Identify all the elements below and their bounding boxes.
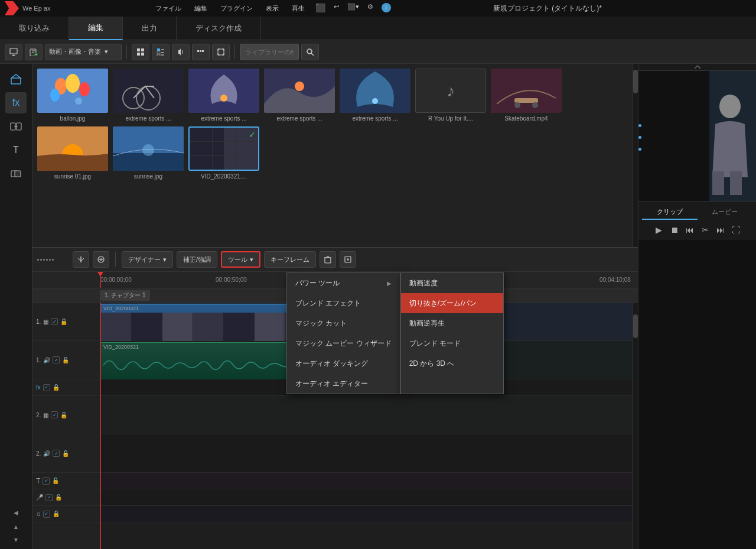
import-file-btn[interactable] bbox=[25, 44, 43, 60]
preview-next-btn[interactable]: ⏭ bbox=[714, 223, 727, 236]
media-type-select[interactable]: 動画・画像・音楽 ▾ bbox=[45, 44, 122, 60]
timeline-scroll-thumb[interactable] bbox=[633, 314, 638, 338]
tab-disc[interactable]: ディスク作成 bbox=[177, 17, 261, 40]
preview-play-btn[interactable]: ▶ bbox=[653, 223, 666, 236]
track-lock-video1[interactable]: 🔓 bbox=[60, 318, 67, 325]
preview-prev-btn[interactable]: ⏮ bbox=[683, 223, 696, 236]
preview-tab-movie[interactable]: ムービー bbox=[698, 205, 753, 220]
sidebar-titles-icon[interactable]: T bbox=[5, 139, 27, 161]
menu-extra1[interactable]: ⬛ bbox=[315, 3, 325, 14]
preview-split-btn[interactable]: ✂ bbox=[699, 223, 712, 236]
tl-split-btn[interactable] bbox=[73, 251, 89, 268]
track-lock-fx[interactable]: 🔓 bbox=[53, 384, 60, 391]
delete-btn[interactable] bbox=[320, 251, 336, 268]
keyframe-btn[interactable]: キーフレーム bbox=[264, 251, 316, 268]
tab-output[interactable]: 出力 bbox=[123, 17, 177, 40]
track-lock-audio1[interactable]: 🔓 bbox=[62, 356, 69, 363]
preview-video bbox=[638, 71, 756, 201]
import-btn[interactable] bbox=[5, 44, 22, 60]
track-check-music[interactable]: ✓ bbox=[43, 511, 50, 518]
track-check-video1[interactable]: ✓ bbox=[51, 318, 58, 325]
media-item[interactable]: sunrise 01.jpg bbox=[37, 126, 108, 180]
track-check-fx[interactable]: ✓ bbox=[43, 384, 50, 391]
menu-magic-movie[interactable]: マジック ムービー ウィザード bbox=[287, 333, 400, 353]
media-item[interactable]: Skateboard.mp4 bbox=[491, 69, 562, 122]
tl-extra-btn[interactable] bbox=[93, 251, 109, 268]
menu-view[interactable]: 表示 bbox=[263, 3, 281, 14]
center-area: ballon.jpg extreme sports ... extreme sp… bbox=[32, 64, 638, 549]
track-check-video2[interactable]: ✓ bbox=[51, 411, 58, 418]
sidebar-nav-down[interactable]: ▼ bbox=[10, 534, 22, 545]
view-detail-btn[interactable] bbox=[152, 44, 170, 60]
ruler-label-1: 00;00;50;00 bbox=[216, 277, 247, 283]
menu-magic-cut[interactable]: マジック カット bbox=[287, 313, 400, 333]
media-item[interactable]: ballon.jpg bbox=[37, 69, 108, 122]
media-thumb: ✓ bbox=[188, 126, 259, 171]
fullscreen-btn[interactable] bbox=[212, 44, 230, 60]
track-lock-mic[interactable]: 🔓 bbox=[55, 494, 62, 501]
media-type-label: 動画・画像・音楽 bbox=[49, 47, 101, 56]
tab-edit[interactable]: 編集 bbox=[69, 17, 123, 40]
export-btn[interactable] bbox=[340, 251, 356, 268]
timeline-dots bbox=[37, 259, 54, 261]
menu-power-tools[interactable]: パワー ツール ▶ bbox=[287, 273, 400, 293]
tab-import[interactable]: 取り込み bbox=[0, 17, 69, 40]
preview-scroll-arrow[interactable] bbox=[638, 64, 756, 71]
sidebar-overlay-icon[interactable] bbox=[5, 163, 27, 184]
svg-rect-16 bbox=[200, 50, 201, 52]
track-check-audio2[interactable]: ✓ bbox=[53, 450, 60, 457]
media-item[interactable]: extreme sports ... bbox=[264, 69, 335, 122]
view-grid-btn[interactable] bbox=[132, 44, 149, 60]
sidebar-collapse-btn[interactable]: ◀ bbox=[10, 506, 22, 518]
preview-fullscreen-btn[interactable]: ⛶ bbox=[729, 223, 742, 236]
menu-audio-ducking[interactable]: オーディオ ダッキング bbox=[287, 353, 400, 373]
menu-audio-editor[interactable]: オーディオ エディター bbox=[287, 373, 400, 394]
search-btn[interactable] bbox=[301, 44, 319, 60]
submenu-blend-mode[interactable]: ブレンド モード bbox=[401, 333, 503, 353]
sidebar-nav-up[interactable]: ▲ bbox=[10, 521, 22, 532]
track-lock-music[interactable]: 🔓 bbox=[53, 511, 60, 518]
preview-tab-clip[interactable]: クリップ bbox=[642, 205, 698, 220]
menu-blend-effect[interactable]: ブレンド エフェクト bbox=[287, 293, 400, 313]
track-check-audio1[interactable]: ✓ bbox=[53, 356, 60, 363]
media-item[interactable]: ♪ R You Up for It.... bbox=[415, 69, 486, 122]
media-item[interactable]: extreme sports ... bbox=[340, 69, 410, 122]
media-thumb bbox=[188, 69, 259, 113]
tools-btn[interactable]: ツール ▾ bbox=[221, 251, 260, 268]
submenu-video-speed[interactable]: 動画速度 bbox=[401, 273, 503, 293]
menu-extra3[interactable]: ⬛▾ bbox=[347, 3, 359, 14]
sidebar-transitions-icon[interactable] bbox=[5, 116, 27, 137]
menu-extra2[interactable]: ↩ bbox=[334, 3, 339, 14]
track-lock-video2[interactable]: 🔓 bbox=[60, 411, 67, 418]
media-scrollbar[interactable] bbox=[632, 64, 638, 247]
more-btn[interactable] bbox=[192, 44, 210, 60]
search-input[interactable] bbox=[240, 44, 299, 60]
crop-handle-left2[interactable] bbox=[638, 136, 641, 139]
timeline-scrollbar[interactable] bbox=[632, 303, 638, 549]
crop-handle-left[interactable] bbox=[638, 124, 641, 127]
menu-plugin[interactable]: プラグイン bbox=[218, 3, 255, 14]
menu-edit[interactable]: 編集 bbox=[192, 3, 210, 14]
sidebar-effects-icon[interactable]: fx bbox=[5, 92, 27, 113]
menu-settings-icon[interactable]: ⚙ bbox=[367, 3, 373, 14]
media-item[interactable]: extreme sports ... bbox=[113, 69, 184, 122]
media-item[interactable]: sunrise.jpg bbox=[113, 126, 184, 180]
sidebar-home-icon[interactable] bbox=[5, 69, 27, 90]
track-check-text[interactable]: ✓ bbox=[43, 477, 50, 485]
track-lock-audio2[interactable]: 🔓 bbox=[62, 450, 69, 457]
submenu-crop-zoom[interactable]: 切り抜き/ズーム/パン bbox=[401, 293, 503, 313]
submenu-2d-3d[interactable]: 2D から 3D へ bbox=[401, 353, 503, 373]
track-check-mic[interactable]: ✓ bbox=[45, 494, 53, 501]
submenu-reverse[interactable]: 動画逆再生 bbox=[401, 313, 503, 333]
designer-btn[interactable]: デザイナー ▾ bbox=[122, 251, 173, 268]
menu-file[interactable]: ファイル bbox=[153, 3, 184, 14]
menu-play[interactable]: 再生 bbox=[289, 3, 307, 14]
track-lock-text[interactable]: 🔓 bbox=[52, 477, 59, 485]
preview-stop-btn[interactable]: ⏹ bbox=[668, 223, 681, 236]
audio-btn[interactable] bbox=[172, 44, 190, 60]
media-item[interactable]: ✓ VID_20200321.... bbox=[188, 126, 259, 180]
media-scroll-thumb[interactable] bbox=[633, 70, 638, 93]
correction-btn[interactable]: 補正/強調 bbox=[177, 251, 217, 268]
media-item[interactable]: extreme sports ... bbox=[188, 69, 259, 122]
crop-handle-left3[interactable] bbox=[638, 148, 641, 151]
